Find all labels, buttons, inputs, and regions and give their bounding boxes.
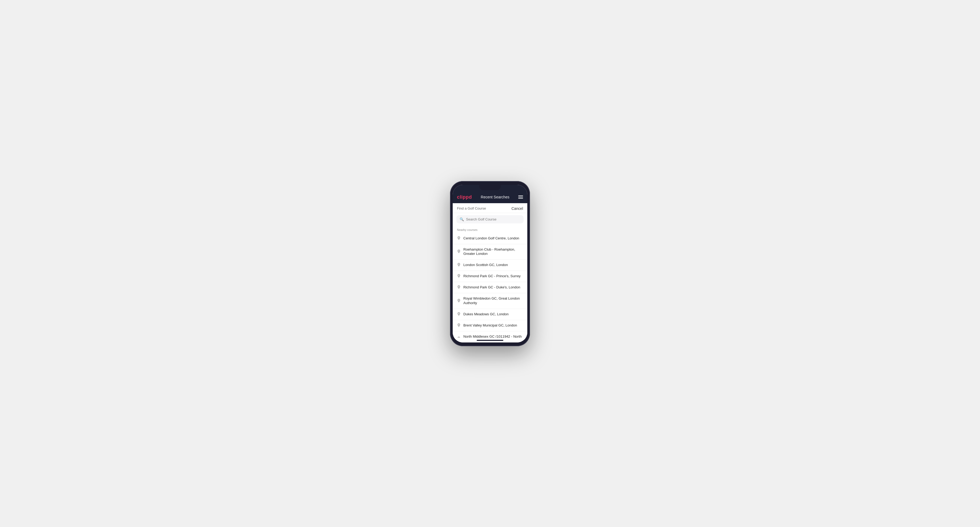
home-indicator — [453, 338, 527, 343]
location-pin-icon — [457, 274, 461, 279]
list-item[interactable]: Roehampton Club - Roehampton, Greater Lo… — [453, 244, 527, 260]
course-name: Royal Wimbledon GC, Great London Authori… — [463, 296, 523, 305]
location-pin-icon — [457, 249, 461, 254]
list-item[interactable]: London Scottish GC, London — [453, 260, 527, 271]
cancel-button[interactable]: Cancel — [511, 206, 523, 211]
course-name: Roehampton Club - Roehampton, Greater Lo… — [463, 248, 523, 256]
list-item[interactable]: Richmond Park GC - Prince's, Surrey — [453, 271, 527, 282]
screen-content: Find a Golf Course Cancel 🔍 Nearby cours… — [453, 203, 527, 343]
nearby-courses-label: Nearby courses — [453, 226, 527, 233]
nav-title: Recent Searches — [480, 195, 509, 199]
search-bar-container: 🔍 — [453, 213, 527, 226]
phone-notch — [479, 185, 501, 190]
list-item[interactable]: Royal Wimbledon GC, Great London Authori… — [453, 293, 527, 309]
menu-icon[interactable] — [518, 195, 523, 198]
location-pin-icon — [457, 299, 461, 303]
home-bar — [477, 340, 503, 341]
location-pin-icon — [457, 323, 461, 328]
course-name: Richmond Park GC - Prince's, Surrey — [463, 274, 521, 279]
search-bar[interactable]: 🔍 — [457, 215, 523, 224]
list-item[interactable]: Richmond Park GC - Duke's, London — [453, 282, 527, 293]
course-name: Brent Valley Municipal GC, London — [463, 323, 517, 328]
course-name: Central London Golf Centre, London — [463, 236, 519, 241]
course-name: London Scottish GC, London — [463, 263, 508, 267]
list-item[interactable]: North Middlesex GC (1011942 - North Midd… — [453, 331, 527, 337]
location-pin-icon — [457, 312, 461, 317]
app-logo: clippd — [457, 194, 472, 200]
find-label: Find a Golf Course — [457, 206, 486, 210]
course-name: Dukes Meadows GC, London — [463, 312, 509, 317]
phone-frame: clippd Recent Searches Find a Golf Cours… — [450, 181, 530, 346]
find-header: Find a Golf Course Cancel — [453, 203, 527, 213]
course-name: Richmond Park GC - Duke's, London — [463, 285, 520, 290]
course-name: North Middlesex GC (1011942 - North Midd… — [463, 335, 523, 337]
list-item[interactable]: Dukes Meadows GC, London — [453, 309, 527, 320]
hamburger-line-3 — [518, 198, 523, 198]
location-pin-icon — [457, 285, 461, 290]
hamburger-line-2 — [518, 197, 523, 197]
list-item[interactable]: Brent Valley Municipal GC, London — [453, 320, 527, 331]
courses-list: Central London Golf Centre, London Roeha… — [453, 233, 527, 338]
phone-screen: clippd Recent Searches Find a Golf Cours… — [453, 185, 527, 343]
location-pin-icon — [457, 263, 461, 267]
search-icon: 🔍 — [460, 217, 464, 221]
search-input[interactable] — [466, 217, 520, 221]
hamburger-line-1 — [518, 195, 523, 196]
location-pin-icon — [457, 236, 461, 241]
phone-device: clippd Recent Searches Find a Golf Cours… — [450, 181, 530, 346]
list-item[interactable]: Central London Golf Centre, London — [453, 233, 527, 244]
